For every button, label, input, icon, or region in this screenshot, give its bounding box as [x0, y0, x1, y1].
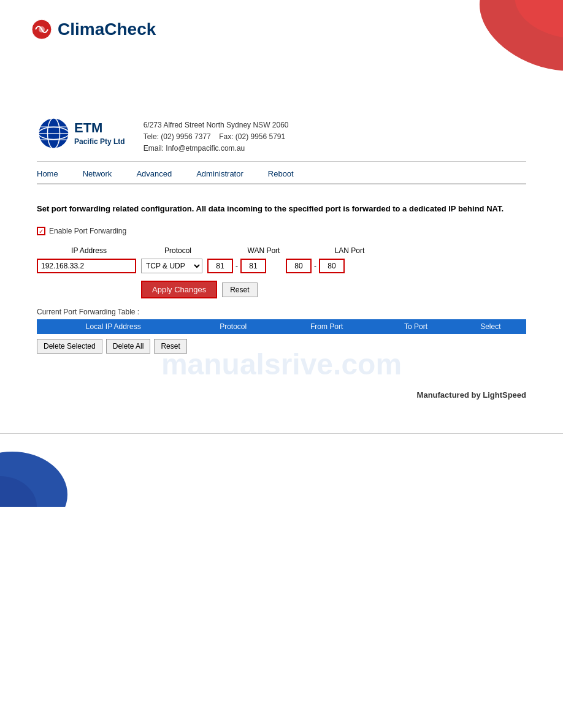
etm-globe-icon — [37, 116, 71, 150]
lan-dash: - — [313, 262, 318, 270]
table-label: Current Port Forwarding Table : — [37, 308, 526, 316]
delete-selected-button[interactable]: Delete Selected — [37, 339, 102, 354]
etm-section: ETM Pacific Pty Ltd 6/273 Alfred Street … — [37, 104, 526, 162]
footer-area — [0, 433, 563, 507]
port-table: Local IP Address Protocol From Port To P… — [37, 319, 526, 334]
climacheck-logo: ClimaCheck — [31, 18, 156, 40]
etm-tele: Tele: (02) 9956 7377 — [144, 132, 211, 141]
action-row: Apply Changes Reset — [141, 281, 526, 298]
etm-tele-fax: Tele: (02) 9956 7377 Fax: (02) 9956 5791 — [144, 131, 289, 143]
form-headers: IP Address Protocol WAN Port LAN Port — [37, 246, 526, 255]
apply-button[interactable]: Apply Changes — [141, 281, 217, 298]
page-description: Set port forwarding related configuratio… — [37, 203, 526, 215]
nav-separator — [37, 184, 526, 184]
climacheck-text: ClimaCheck — [58, 20, 156, 39]
manufactured-text: Manufactured by LightSpeed — [37, 390, 526, 400]
protocol-select[interactable]: TCP & UDP TCP UDP — [141, 259, 202, 273]
form-row: TCP & UDP TCP UDP - - — [37, 259, 526, 273]
enable-checkbox[interactable] — [37, 227, 45, 235]
table-section: Current Port Forwarding Table : Local IP… — [37, 308, 526, 334]
enable-row: Enable Port Forwarding — [37, 227, 526, 235]
nav-bar: Home Network Advanced Administrator Rebo… — [37, 162, 526, 184]
etm-subtitle: Pacific Pty Ltd — [74, 137, 125, 146]
svg-point-1 — [39, 26, 45, 32]
nav-advanced[interactable]: Advanced — [124, 167, 184, 181]
nav-reboot[interactable]: Reboot — [256, 167, 306, 181]
reset2-button[interactable]: Reset — [154, 339, 186, 354]
deco-top-right — [440, 0, 563, 80]
lan-port-to[interactable] — [319, 259, 345, 273]
header-area: ClimaCheck — [0, 0, 563, 104]
delete-all-button[interactable]: Delete All — [106, 339, 151, 354]
protocol-header: Protocol — [141, 246, 215, 255]
delete-row: Delete Selected Delete All Reset — [37, 339, 526, 354]
ip-header: IP Address — [37, 246, 141, 255]
etm-fax: Fax: (02) 9956 5791 — [219, 132, 285, 141]
climacheck-icon — [31, 18, 53, 40]
col-from-port: From Port — [277, 319, 377, 334]
wan-dash: - — [234, 262, 239, 270]
wan-port-group: - — [207, 259, 266, 273]
col-local-ip: Local IP Address — [37, 319, 190, 334]
reset-button[interactable]: Reset — [222, 282, 257, 297]
enable-label: Enable Port Forwarding — [49, 227, 126, 235]
ip-input[interactable] — [37, 259, 136, 273]
deco-bottom-left — [0, 433, 98, 507]
etm-address: 6/273 Alfred Street North Sydney NSW 206… — [144, 119, 289, 131]
wan-port-to[interactable] — [240, 259, 266, 273]
etm-email: Email: Info@etmpacific.com.au — [144, 143, 289, 154]
page-content: Set port forwarding related configuratio… — [37, 194, 526, 422]
col-protocol: Protocol — [190, 319, 276, 334]
wan-header: WAN Port — [215, 246, 313, 255]
etm-logo: ETM Pacific Pty Ltd — [37, 116, 125, 150]
nav-network[interactable]: Network — [71, 167, 124, 181]
nav-administrator[interactable]: Administrator — [184, 167, 256, 181]
etm-name: ETM — [74, 121, 125, 135]
etm-logo-text-block: ETM Pacific Pty Ltd — [74, 121, 125, 146]
lan-port-group: - — [286, 259, 345, 273]
col-select: Select — [455, 319, 526, 334]
wan-port-from[interactable] — [207, 259, 233, 273]
main-content: ETM Pacific Pty Ltd 6/273 Alfred Street … — [37, 104, 526, 421]
table-header-row: Local IP Address Protocol From Port To P… — [37, 319, 526, 334]
lan-port-from[interactable] — [286, 259, 312, 273]
lan-header: LAN Port — [313, 246, 386, 255]
col-to-port: To Port — [377, 319, 454, 334]
etm-contact: 6/273 Alfred Street North Sydney NSW 206… — [144, 116, 289, 155]
nav-home[interactable]: Home — [37, 167, 71, 181]
